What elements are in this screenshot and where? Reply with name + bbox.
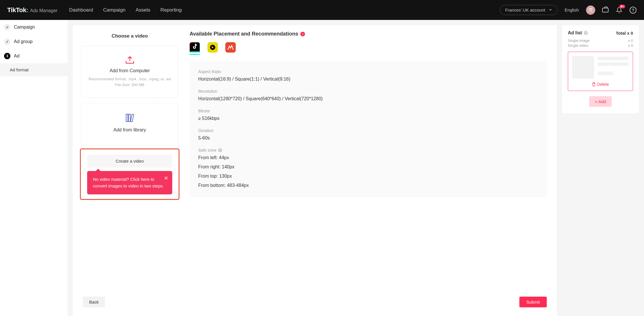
ad-list-row-count: x 0 xyxy=(628,43,633,48)
create-video-button[interactable]: Create a video xyxy=(87,155,172,168)
upload-title: Add from Computer xyxy=(87,68,172,73)
top-navbar: TikTok: Ads Manager Dashboard Campaign A… xyxy=(0,0,644,20)
step-sidebar: Campaign Ad group 3 Ad Ad format xyxy=(0,20,68,316)
spec-duration-label: Duration xyxy=(198,128,538,133)
notification-badge: 9+ xyxy=(619,5,625,8)
spec-resolution-value: Horizontal(1280*720) / Square(640*640) /… xyxy=(198,95,538,102)
step-number-badge: 3 xyxy=(4,53,10,59)
choose-video-title: Choose a video xyxy=(81,33,178,39)
placement-app-buzzvideo[interactable] xyxy=(207,42,218,53)
logo-dot: : xyxy=(26,6,28,14)
placement-heading: Available Placement and Recommendations … xyxy=(190,31,547,37)
library-icon xyxy=(126,113,134,122)
step-label: Campaign xyxy=(14,25,35,30)
avatar[interactable]: 范 xyxy=(586,5,595,15)
spec-safezone-bottom: From bottom: 483-484px xyxy=(198,182,538,189)
placement-app-topbuzz[interactable] xyxy=(225,42,236,53)
upload-hint-size: File Size: 500 MB xyxy=(87,82,172,88)
notifications-icon[interactable]: 9+ xyxy=(615,6,623,14)
ad-list-card: Ad list? Total x 0 Single image x 0 Sing… xyxy=(562,25,639,113)
upload-icon xyxy=(125,56,135,64)
back-button[interactable]: Back xyxy=(83,297,105,307)
spec-aspect-label: Aspect Ratio xyxy=(198,69,538,74)
step-label: Ad xyxy=(14,53,20,59)
ad-preview-card[interactable]: Delete xyxy=(568,52,633,91)
account-dropdown[interactable]: Frances' UK account xyxy=(500,5,557,15)
logo[interactable]: TikTok: Ads Manager xyxy=(7,6,57,14)
ad-list-total: Total x 0 xyxy=(616,31,633,36)
spec-bitrate-value: ≥ 516kbps xyxy=(198,115,538,122)
close-icon[interactable]: ✕ xyxy=(164,174,168,182)
logo-text: TikTok xyxy=(7,6,26,14)
main-card: Choose a video Add from Computer Recomme… xyxy=(73,25,557,316)
nav-dashboard[interactable]: Dashboard xyxy=(69,7,93,13)
spec-aspect-value: Horizontal(16:9) / Square(1:1) / Vertica… xyxy=(198,76,538,83)
check-icon xyxy=(4,24,10,30)
spec-safezone-right: From right: 140px xyxy=(198,163,538,170)
placement-title-text: Available Placement and Recommendations xyxy=(190,31,298,37)
language-selector[interactable]: English xyxy=(565,8,579,12)
help-icon[interactable]: ? xyxy=(218,148,222,152)
delete-button[interactable]: Delete xyxy=(572,82,629,87)
sidebar-substep-adformat[interactable]: Ad format xyxy=(0,63,68,76)
delete-label: Delete xyxy=(597,82,609,87)
spec-safezone-top: From top: 130px xyxy=(198,173,538,180)
placement-app-tiktok[interactable] xyxy=(190,42,200,53)
trash-icon xyxy=(592,82,596,86)
placement-apps xyxy=(190,42,547,53)
ad-list-row: Single image x 0 xyxy=(568,38,633,43)
info-icon[interactable]: i xyxy=(300,32,305,36)
ad-list-row-label: Single image xyxy=(568,38,589,43)
preview-thumbnail xyxy=(572,56,594,79)
preview-placeholder-lines xyxy=(598,56,629,79)
footer-buttons: Back Submit xyxy=(73,290,557,316)
add-from-library[interactable]: Add from library xyxy=(81,103,178,146)
sidebar-step-campaign[interactable]: Campaign xyxy=(0,20,68,34)
sidebar-step-ad[interactable]: 3 Ad xyxy=(0,49,68,63)
help-icon[interactable]: ? xyxy=(629,6,637,14)
tooltip-text: No video material? Click here to convert… xyxy=(93,177,164,188)
chevron-down-icon xyxy=(549,9,552,11)
account-name: Frances' UK account xyxy=(505,8,545,12)
ad-list-row: Single video x 0 xyxy=(568,43,633,48)
spec-safezone-left: From left: 44px xyxy=(198,154,538,161)
create-video-highlight: Create a video No video material? Click … xyxy=(80,148,179,200)
svg-rect-2 xyxy=(130,114,134,122)
add-ad-button[interactable]: + Add xyxy=(589,96,612,107)
submit-button[interactable]: Submit xyxy=(519,297,547,307)
check-icon xyxy=(4,38,10,45)
nav-assets[interactable]: Assets xyxy=(136,7,150,13)
ad-list-row-label: Single video xyxy=(568,43,588,48)
spec-safezone-label: Safe zone? xyxy=(198,148,538,153)
upload-hint: Recommended format: .mp4, .mov, .mpeg, o… xyxy=(87,76,172,82)
sidebar-step-adgroup[interactable]: Ad group xyxy=(0,34,68,49)
library-title: Add from library xyxy=(87,127,172,133)
create-video-tooltip: No video material? Click here to convert… xyxy=(87,171,172,194)
ad-list-row-count: x 0 xyxy=(628,38,633,43)
spec-resolution-label: Resolution xyxy=(198,89,538,94)
step-label: Ad group xyxy=(14,39,33,44)
ad-list-title: Ad list? xyxy=(568,30,588,36)
briefcase-icon[interactable] xyxy=(602,6,609,14)
help-icon[interactable]: ? xyxy=(584,31,588,35)
logo-subtitle: Ads Manager xyxy=(30,8,57,13)
nav-campaign[interactable]: Campaign xyxy=(103,7,126,13)
spec-bitrate-label: Bitrate xyxy=(198,109,538,113)
svg-rect-1 xyxy=(129,114,130,122)
spec-panel: Aspect Ratio Horizontal(16:9) / Square(1… xyxy=(190,61,547,197)
nav-reporting[interactable]: Reporting xyxy=(160,7,182,13)
spec-duration-value: 5-60s xyxy=(198,135,538,142)
svg-rect-0 xyxy=(126,114,128,122)
upload-from-computer[interactable]: Add from Computer Recommended format: .m… xyxy=(81,46,178,98)
nav-items: Dashboard Campaign Assets Reporting xyxy=(69,7,181,13)
